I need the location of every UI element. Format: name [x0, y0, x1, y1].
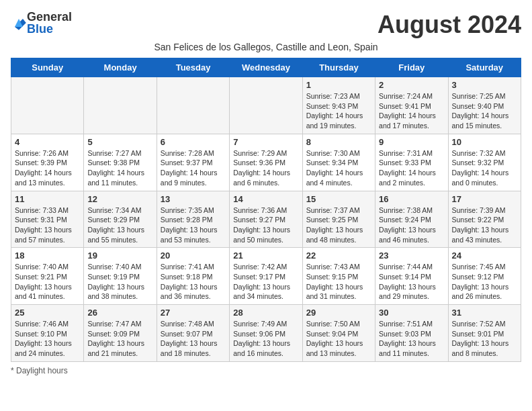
calendar-cell	[11, 77, 84, 134]
day-info: Sunrise: 7:35 AMSunset: 9:28 PMDaylight:…	[161, 206, 218, 244]
calendar-cell: 28Sunrise: 7:49 AMSunset: 9:06 PMDayligh…	[230, 305, 302, 362]
day-info: Sunrise: 7:43 AMSunset: 9:15 PMDaylight:…	[306, 263, 363, 300]
calendar-week-row: 18Sunrise: 7:40 AMSunset: 9:21 PMDayligh…	[11, 248, 521, 305]
calendar-cell: 21Sunrise: 7:42 AMSunset: 9:17 PMDayligh…	[230, 248, 302, 305]
calendar-day-header: Friday	[375, 58, 448, 77]
day-number: 31	[452, 308, 517, 318]
page-header: General Blue August 2024	[11, 11, 521, 39]
day-info: Sunrise: 7:40 AMSunset: 9:19 PMDaylight:…	[87, 263, 144, 300]
day-info: Sunrise: 7:41 AMSunset: 9:18 PMDaylight:…	[161, 263, 218, 300]
calendar-cell: 5Sunrise: 7:27 AMSunset: 9:38 PMDaylight…	[84, 134, 157, 191]
day-number: 13	[161, 194, 226, 204]
calendar-cell: 9Sunrise: 7:31 AMSunset: 9:33 PMDaylight…	[375, 134, 448, 191]
day-info: Sunrise: 7:31 AMSunset: 9:33 PMDaylight:…	[379, 149, 436, 187]
day-info: Sunrise: 7:34 AMSunset: 9:29 PMDaylight:…	[87, 206, 144, 244]
day-info: Sunrise: 7:29 AMSunset: 9:36 PMDaylight:…	[233, 149, 290, 187]
day-info: Sunrise: 7:45 AMSunset: 9:12 PMDaylight:…	[452, 263, 509, 300]
calendar-cell: 3Sunrise: 7:25 AMSunset: 9:40 PMDaylight…	[448, 77, 521, 134]
calendar-cell: 22Sunrise: 7:43 AMSunset: 9:15 PMDayligh…	[302, 248, 375, 305]
calendar-cell	[230, 77, 302, 134]
day-info: Sunrise: 7:51 AMSunset: 9:03 PMDaylight:…	[379, 320, 436, 357]
calendar-cell: 2Sunrise: 7:24 AMSunset: 9:41 PMDaylight…	[375, 77, 448, 134]
day-info: Sunrise: 7:36 AMSunset: 9:27 PMDaylight:…	[233, 206, 290, 244]
calendar-cell: 30Sunrise: 7:51 AMSunset: 9:03 PMDayligh…	[375, 305, 448, 362]
calendar-cell: 6Sunrise: 7:28 AMSunset: 9:37 PMDaylight…	[157, 134, 229, 191]
day-info: Sunrise: 7:33 AMSunset: 9:31 PMDaylight:…	[15, 206, 72, 244]
calendar-table: SundayMondayTuesdayWednesdayThursdayFrid…	[11, 58, 521, 362]
day-number: 23	[379, 250, 444, 261]
calendar-cell: 8Sunrise: 7:30 AMSunset: 9:34 PMDaylight…	[302, 134, 375, 191]
day-number: 29	[306, 308, 371, 318]
calendar-day-header: Wednesday	[230, 58, 302, 77]
calendar-cell: 19Sunrise: 7:40 AMSunset: 9:19 PMDayligh…	[84, 248, 157, 305]
footer-note: * Daylight hours	[11, 366, 521, 375]
day-number: 22	[306, 250, 371, 261]
calendar-cell: 17Sunrise: 7:39 AMSunset: 9:22 PMDayligh…	[448, 191, 521, 248]
day-number: 4	[15, 137, 80, 147]
calendar-cell: 23Sunrise: 7:44 AMSunset: 9:14 PMDayligh…	[375, 248, 448, 305]
day-info: Sunrise: 7:39 AMSunset: 9:22 PMDaylight:…	[452, 206, 509, 244]
day-number: 19	[87, 250, 152, 261]
day-number: 26	[87, 308, 152, 318]
day-info: Sunrise: 7:46 AMSunset: 9:10 PMDaylight:…	[15, 320, 72, 357]
calendar-week-row: 11Sunrise: 7:33 AMSunset: 9:31 PMDayligh…	[11, 191, 521, 248]
day-info: Sunrise: 7:30 AMSunset: 9:34 PMDaylight:…	[306, 149, 363, 187]
day-info: Sunrise: 7:32 AMSunset: 9:32 PMDaylight:…	[452, 149, 509, 187]
calendar-week-row: 4Sunrise: 7:26 AMSunset: 9:39 PMDaylight…	[11, 134, 521, 191]
day-info: Sunrise: 7:42 AMSunset: 9:17 PMDaylight:…	[233, 263, 290, 300]
day-number: 21	[233, 250, 298, 261]
calendar-cell: 29Sunrise: 7:50 AMSunset: 9:04 PMDayligh…	[302, 305, 375, 362]
calendar-cell	[84, 77, 157, 134]
calendar-day-header: Sunday	[11, 58, 84, 77]
day-info: Sunrise: 7:50 AMSunset: 9:04 PMDaylight:…	[306, 320, 363, 357]
day-info: Sunrise: 7:44 AMSunset: 9:14 PMDaylight:…	[379, 263, 436, 300]
page-subtitle: San Felices de los Gallegos, Castille an…	[11, 42, 521, 52]
day-number: 3	[452, 80, 517, 90]
calendar-body: 1Sunrise: 7:23 AMSunset: 9:43 PMDaylight…	[11, 77, 521, 362]
day-info: Sunrise: 7:49 AMSunset: 9:06 PMDaylight:…	[233, 320, 290, 357]
day-number: 14	[233, 194, 298, 204]
logo-general-text: General	[27, 11, 72, 23]
day-number: 20	[161, 250, 226, 261]
calendar-cell: 27Sunrise: 7:48 AMSunset: 9:07 PMDayligh…	[157, 305, 229, 362]
day-number: 15	[306, 194, 371, 204]
calendar-cell: 4Sunrise: 7:26 AMSunset: 9:39 PMDaylight…	[11, 134, 84, 191]
calendar-cell: 14Sunrise: 7:36 AMSunset: 9:27 PMDayligh…	[230, 191, 302, 248]
day-number: 8	[306, 137, 371, 147]
day-number: 16	[379, 194, 444, 204]
day-number: 18	[15, 250, 80, 261]
footer-daylight-label: Daylight hours	[16, 366, 68, 375]
day-info: Sunrise: 7:38 AMSunset: 9:24 PMDaylight:…	[379, 206, 436, 244]
calendar-day-header: Thursday	[302, 58, 375, 77]
calendar-cell: 31Sunrise: 7:52 AMSunset: 9:01 PMDayligh…	[448, 305, 521, 362]
day-info: Sunrise: 7:25 AMSunset: 9:40 PMDaylight:…	[452, 92, 509, 130]
calendar-cell: 7Sunrise: 7:29 AMSunset: 9:36 PMDaylight…	[230, 134, 302, 191]
calendar-cell: 12Sunrise: 7:34 AMSunset: 9:29 PMDayligh…	[84, 191, 157, 248]
calendar-day-header: Monday	[84, 58, 157, 77]
calendar-week-row: 1Sunrise: 7:23 AMSunset: 9:43 PMDaylight…	[11, 77, 521, 134]
calendar-cell: 25Sunrise: 7:46 AMSunset: 9:10 PMDayligh…	[11, 305, 84, 362]
calendar-day-header: Tuesday	[157, 58, 229, 77]
day-number: 27	[161, 308, 226, 318]
generalblue-icon	[11, 15, 27, 31]
logo-blue-text: Blue	[27, 23, 72, 35]
month-title: August 2024	[378, 11, 521, 39]
day-number: 2	[379, 80, 444, 90]
day-number: 24	[452, 250, 517, 261]
day-number: 25	[15, 308, 80, 318]
calendar-cell: 24Sunrise: 7:45 AMSunset: 9:12 PMDayligh…	[448, 248, 521, 305]
calendar-cell	[157, 77, 229, 134]
day-number: 9	[379, 137, 444, 147]
calendar-week-row: 25Sunrise: 7:46 AMSunset: 9:10 PMDayligh…	[11, 305, 521, 362]
calendar-cell: 15Sunrise: 7:37 AMSunset: 9:25 PMDayligh…	[302, 191, 375, 248]
day-number: 28	[233, 308, 298, 318]
day-info: Sunrise: 7:24 AMSunset: 9:41 PMDaylight:…	[379, 92, 436, 130]
day-info: Sunrise: 7:28 AMSunset: 9:37 PMDaylight:…	[161, 149, 218, 187]
day-number: 30	[379, 308, 444, 318]
day-number: 17	[452, 194, 517, 204]
day-number: 10	[452, 137, 517, 147]
day-info: Sunrise: 7:23 AMSunset: 9:43 PMDaylight:…	[306, 92, 363, 130]
calendar-cell: 13Sunrise: 7:35 AMSunset: 9:28 PMDayligh…	[157, 191, 229, 248]
calendar-cell: 18Sunrise: 7:40 AMSunset: 9:21 PMDayligh…	[11, 248, 84, 305]
day-info: Sunrise: 7:52 AMSunset: 9:01 PMDaylight:…	[452, 320, 509, 357]
